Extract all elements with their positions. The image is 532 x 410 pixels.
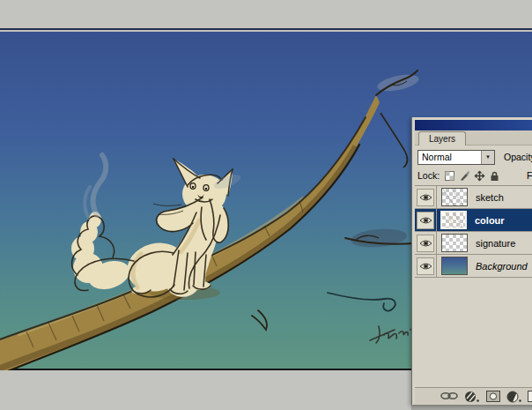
- artist-signature: [370, 326, 414, 343]
- palette-shadow: [411, 405, 532, 410]
- layer-name: signature: [476, 238, 515, 249]
- visibility-toggle[interactable]: [415, 255, 437, 277]
- layer-mask-icon[interactable]: [486, 391, 500, 402]
- layer-name: Background: [476, 261, 528, 272]
- layer-name: colour: [475, 215, 505, 226]
- layer-name: sketch: [476, 192, 504, 203]
- adjustment-layer-icon[interactable]: [506, 391, 522, 403]
- eye-visibility-icon: [417, 212, 434, 229]
- blend-mode-select[interactable]: Normal ▼: [417, 150, 495, 165]
- visibility-toggle[interactable]: [415, 186, 437, 208]
- layer-row-signature[interactable]: signature: [415, 232, 532, 255]
- layer-row-colour[interactable]: colour: [415, 209, 532, 232]
- layer-list: sketch colour signature: [415, 185, 532, 278]
- lock-move-icon[interactable]: [474, 170, 485, 182]
- opacity-label: Opacity:: [504, 152, 532, 162]
- layer-thumbnail[interactable]: [441, 234, 468, 252]
- eye-visibility-icon: [417, 235, 434, 252]
- workspace-top-bar: [0, 0, 532, 30]
- layer-effects-icon[interactable]: [464, 391, 480, 403]
- layers-palette: Layers Normal ▼ Opacity: Lock:: [411, 117, 532, 405]
- new-layer-icon[interactable]: [528, 391, 532, 402]
- fill-label: Fill:: [527, 170, 532, 181]
- blend-mode-value: Normal: [418, 151, 481, 164]
- layer-controls: Normal ▼ Opacity: Lock: Fil: [415, 145, 532, 185]
- application-window: Layers Normal ▼ Opacity: Lock:: [0, 0, 532, 410]
- visibility-toggle[interactable]: [415, 209, 437, 231]
- lock-transparency-icon[interactable]: [444, 170, 455, 182]
- layer-row-background[interactable]: Background: [415, 255, 532, 278]
- layer-thumbnail[interactable]: [441, 257, 468, 275]
- lock-paint-icon[interactable]: [459, 170, 470, 182]
- chevron-down-icon[interactable]: ▼: [481, 151, 494, 164]
- eye-visibility-icon: [417, 257, 434, 275]
- palette-title-bar[interactable]: [415, 120, 532, 130]
- visibility-toggle[interactable]: [415, 232, 437, 254]
- palette-bottom-bar: [415, 387, 532, 405]
- lock-all-icon[interactable]: [489, 170, 500, 182]
- palette-tab-row: Layers: [415, 130, 532, 145]
- lock-label: Lock:: [417, 170, 440, 181]
- layer-thumbnail[interactable]: [440, 211, 467, 229]
- eye-visibility-icon: [417, 189, 434, 206]
- palette-empty-area: [415, 278, 532, 387]
- layer-row-sketch[interactable]: sketch: [415, 186, 532, 209]
- layer-thumbnail[interactable]: [441, 188, 468, 206]
- link-layers-icon[interactable]: [440, 391, 459, 401]
- tab-layers[interactable]: Layers: [418, 131, 466, 145]
